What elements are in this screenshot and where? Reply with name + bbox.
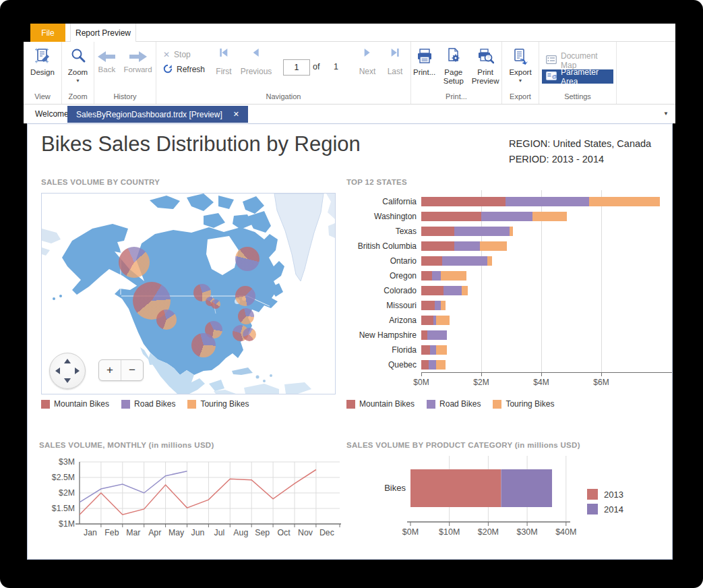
top12-chart-title: TOP 12 STATES: [346, 178, 407, 186]
first-page-button[interactable]: First: [216, 48, 231, 76]
map-pie-marker: [243, 328, 256, 341]
pan-up-icon[interactable]: [64, 359, 71, 363]
legend-swatch: [187, 400, 196, 409]
previous-page-button[interactable]: Previous: [241, 48, 272, 76]
legend-item: Mountain Bikes: [41, 399, 109, 409]
ribbon-group-view: Design View: [24, 42, 62, 104]
file-menu-tab[interactable]: File: [30, 24, 65, 42]
page-number-input[interactable]: [283, 59, 310, 76]
design-button[interactable]: Design: [28, 46, 57, 78]
stop-button[interactable]: ✕ Stop: [163, 47, 205, 62]
legend-item: Touring Bikes: [187, 399, 249, 409]
map-pan-control[interactable]: [49, 353, 86, 389]
dropdown-icon: ▼: [75, 79, 80, 83]
report-parameters: REGION: United States, Canada PERIOD: 20…: [509, 136, 651, 167]
monthly-line-chart: $1M$1.5M$2M$2.5M$3MJanFebMarAprMayJunJul…: [39, 450, 344, 541]
back-button[interactable]: Back: [96, 46, 117, 76]
document-tab-strip: Welcome SalesByRegionDashboard.trdx [Pre…: [24, 105, 675, 123]
map-pie-marker: [235, 286, 255, 306]
top12-row: Arizona: [346, 313, 673, 328]
export-button[interactable]: Export ▼: [507, 46, 533, 84]
top12-row: Washington: [346, 209, 673, 224]
ribbon-group-export: Export ▼ Export: [502, 42, 539, 104]
svg-text:$1M: $1M: [59, 519, 75, 529]
legend-item: Road Bikes: [121, 399, 175, 409]
top12-row: Quebec: [346, 357, 673, 372]
group-label-history: History: [94, 91, 156, 104]
svg-text:2014: 2014: [604, 504, 623, 514]
map-zoom-out-button[interactable]: −: [121, 360, 143, 380]
top12-chart: $0M$2M$4M$6MCaliforniaWashingtonTexasBri…: [346, 187, 673, 390]
map-zoom-control: + −: [98, 359, 144, 381]
svg-text:Nov: Nov: [298, 528, 313, 537]
top12-row: British Columbia: [346, 239, 673, 254]
map-pie-marker: [238, 308, 254, 324]
legend-swatch: [427, 400, 435, 409]
top12-row: Ontario: [346, 254, 673, 268]
svg-text:Feb: Feb: [104, 528, 119, 537]
previous-page-icon: [251, 48, 262, 59]
document-map-toggle[interactable]: Document Map: [542, 53, 613, 67]
print-preview-icon: [477, 47, 494, 66]
svg-text:$40M: $40M: [555, 527, 576, 537]
ribbon-group-navigation: ✕ Stop Refresh: [156, 42, 411, 104]
category-chart: $0M$10M$20M$30M$40MBikes20132014: [346, 450, 673, 541]
page-setup-button[interactable]: Page Setup: [439, 46, 468, 87]
page-total-label: 1: [334, 62, 338, 71]
page-setup-icon: [445, 47, 462, 66]
pan-right-icon[interactable]: [75, 368, 80, 374]
svg-text:$2M: $2M: [59, 488, 75, 498]
pan-down-icon[interactable]: [64, 378, 71, 383]
svg-text:$10M: $10M: [439, 527, 460, 537]
parameter-area-toggle[interactable]: @ Parameter Area: [542, 69, 613, 84]
group-label-settings: Settings: [539, 91, 616, 104]
magnifier-icon: [69, 47, 87, 66]
map-pie-marker: [235, 247, 259, 271]
last-page-button[interactable]: Last: [388, 48, 403, 76]
tab-overflow-icon[interactable]: ▼: [663, 111, 669, 117]
svg-text:$30M: $30M: [516, 527, 537, 537]
top12-row: California: [346, 194, 673, 209]
zoom-button[interactable]: Zoom ▼: [66, 46, 90, 84]
svg-text:Jan: Jan: [84, 528, 97, 537]
next-page-button[interactable]: Next: [359, 48, 376, 76]
refresh-button[interactable]: Refresh: [163, 62, 205, 77]
report-preview-ribbon-tab[interactable]: Report Preview: [70, 24, 136, 42]
forward-button[interactable]: Forward: [121, 46, 154, 76]
report-title: Bikes Sales Distribution by Region: [41, 132, 361, 156]
group-label-print: Print...: [411, 91, 501, 104]
map-pie-marker: [191, 333, 216, 357]
map-pies: [42, 194, 335, 394]
svg-text:Sep: Sep: [255, 528, 270, 537]
region-parameter: REGION: United States, Canada: [509, 136, 651, 152]
legend-item: Road Bikes: [427, 399, 481, 409]
close-icon[interactable]: ✕: [233, 110, 239, 119]
legend-swatch: [493, 400, 501, 409]
first-page-icon: [218, 48, 229, 59]
legend-swatch: [346, 400, 355, 409]
map-pie-marker: [156, 310, 177, 330]
ribbon-group-history: Back Forward History: [94, 42, 156, 104]
print-button[interactable]: Print...: [411, 46, 437, 78]
top12-row: Colorado: [346, 283, 673, 298]
svg-text:Aug: Aug: [233, 528, 248, 537]
pan-left-icon[interactable]: [55, 368, 60, 374]
last-page-icon: [390, 48, 400, 59]
refresh-icon: [163, 64, 173, 76]
map-legend: Mountain Bikes Road Bikes Touring Bikes: [41, 399, 249, 409]
export-icon: [512, 47, 529, 66]
forward-arrow-icon: [129, 47, 147, 63]
map-chart-title: SALES VOLUME BY COUNTRY: [41, 178, 160, 186]
ribbon-tab-row: File Report Preview: [30, 24, 675, 42]
stop-icon: ✕: [163, 50, 170, 59]
sales-map[interactable]: + −: [41, 193, 336, 394]
parameter-area-icon: @: [546, 71, 557, 82]
print-preview-button[interactable]: Print Preview: [469, 46, 501, 87]
svg-text:2013: 2013: [604, 490, 623, 500]
map-zoom-in-button[interactable]: +: [99, 360, 121, 380]
category-chart-title: SALES VOLUME BY PRODUCT CATEGORY (in mil…: [346, 441, 580, 449]
svg-text:$20M: $20M: [478, 527, 499, 537]
top12-row: Texas: [346, 224, 673, 239]
period-parameter: PERIOD: 2013 - 2014: [509, 152, 651, 167]
tab-sales-dashboard[interactable]: SalesByRegionDashboard.trdx [Preview] ✕: [67, 106, 248, 123]
